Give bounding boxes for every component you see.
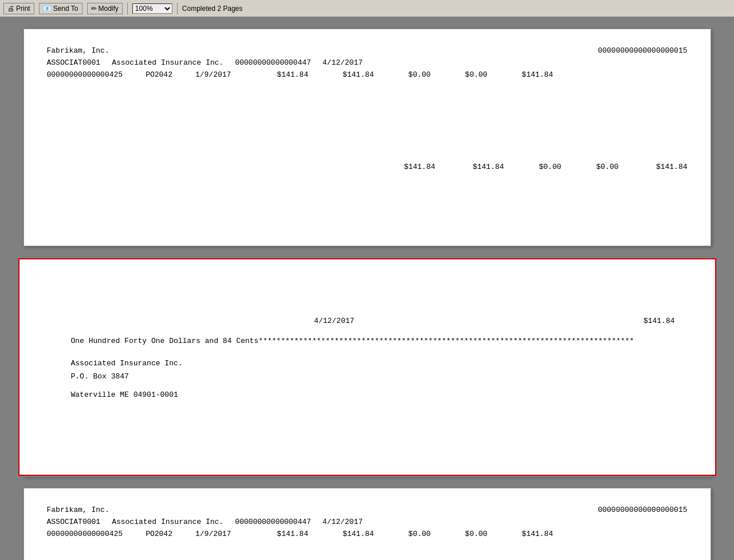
inv-amount-3: $0.00	[409, 70, 431, 79]
invoice-number-2: 00000000000000425	[47, 530, 123, 538]
inv-amount-1: $141.84	[277, 70, 308, 79]
po-number-2: PO2042	[146, 530, 172, 538]
vendor-name-1: Associated Insurance Inc.	[112, 58, 223, 67]
check-number-1: 00000000000000000015	[598, 46, 687, 55]
total-3: $0.00	[516, 163, 562, 171]
total-2: $141.84	[447, 163, 504, 171]
p2-amount-2: $141.84	[343, 530, 374, 538]
check-number-2: 00000000000000000015	[598, 506, 687, 514]
payment-date-1: 4/12/2017	[323, 58, 363, 67]
payee-city-state-zip: Waterville ME 04901-0001	[71, 388, 709, 401]
modify-button[interactable]: ✏ Modify	[87, 3, 123, 14]
check-section: 4/12/2017 $141.84 One Hundred Forty One …	[18, 258, 716, 476]
check-date: 4/12/2017	[314, 317, 354, 325]
payment-number-1: 00000000000000447	[235, 58, 311, 67]
invoice-date-2: 1/9/2017	[195, 530, 231, 538]
send-to-button[interactable]: 📧 Send To	[39, 3, 83, 14]
payee-block: Associated Insurance Inc. P.O. Box 3847 …	[25, 357, 709, 401]
page-1: Fabrikam, Inc. 00000000000000000015 ASSO…	[23, 29, 711, 246]
invoice-date-1: 1/9/2017	[195, 70, 231, 79]
content-area: Fabrikam, Inc. 00000000000000000015 ASSO…	[0, 17, 734, 560]
vendor-name-2: Associated Insurance Inc.	[112, 518, 223, 526]
payee-name: Associated Insurance Inc.	[71, 357, 709, 370]
vendor-id-2: ASSOCIAT0001	[47, 518, 101, 526]
payee-address: P.O. Box 3847	[71, 370, 709, 383]
inv-amount-2: $141.84	[343, 70, 374, 79]
p2-amount-3: $0.00	[409, 530, 431, 538]
p2-amount-1: $141.84	[277, 530, 308, 538]
toolbar-separator	[127, 3, 128, 14]
inv-amount-5: $141.84	[522, 70, 554, 79]
written-amount: One Hundred Forty One Dollars and 84 Cen…	[71, 337, 634, 345]
total-4: $0.00	[573, 163, 619, 171]
print-icon: 🖨	[7, 5, 14, 13]
inv-amount-4: $0.00	[465, 70, 488, 79]
p2-amount-4: $0.00	[465, 530, 488, 538]
total-1: $141.84	[378, 163, 435, 171]
toolbar-separator-2	[177, 3, 178, 14]
po-number-1: PO2042	[146, 70, 172, 79]
zoom-select[interactable]: 100%	[132, 3, 172, 14]
check-amount: $141.84	[643, 317, 675, 325]
payment-number-2: 00000000000000447	[235, 518, 311, 526]
modify-label: Modify	[99, 5, 119, 13]
payment-date-2: 4/12/2017	[323, 518, 363, 526]
page-2: Fabrikam, Inc. 00000000000000000015 ASSO…	[23, 488, 711, 560]
p2-amount-5: $141.84	[522, 530, 554, 538]
print-button[interactable]: 🖨 Print	[3, 3, 34, 14]
modify-icon: ✏	[91, 5, 97, 13]
print-label: Print	[16, 5, 30, 13]
send-to-label: Send To	[53, 5, 78, 13]
send-to-icon: 📧	[43, 5, 52, 13]
company-name-1: Fabrikam, Inc.	[47, 46, 109, 55]
company-name-2: Fabrikam, Inc.	[47, 506, 109, 514]
status-text: Completed 2 Pages	[182, 5, 242, 13]
total-5: $141.84	[630, 163, 688, 171]
toolbar: 🖨 Print 📧 Send To ✏ Modify 100% Complete…	[0, 0, 734, 17]
vendor-id-1: ASSOCIAT0001	[47, 58, 101, 67]
invoice-number-1: 00000000000000425	[47, 70, 123, 79]
